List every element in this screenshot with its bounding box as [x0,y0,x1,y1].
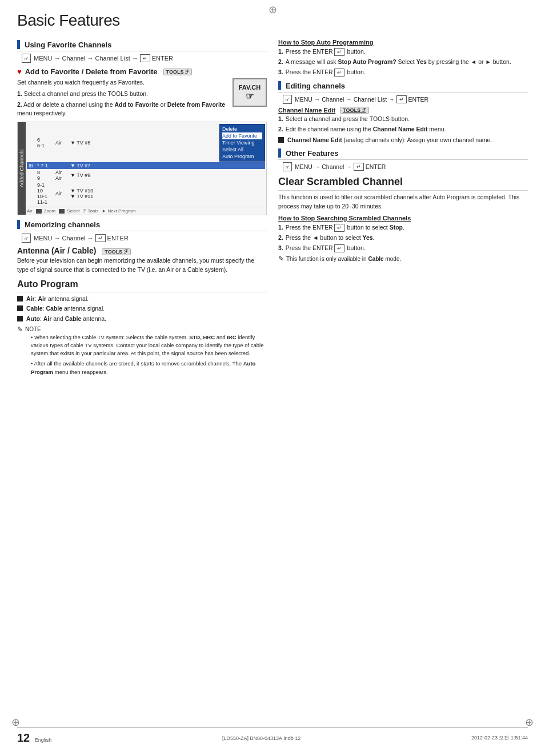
other-features-menu-path: ㎡ MENU → Channel → ↵ ENTER [283,162,528,171]
note-bullet-1: • When selecting the Cable TV system: Se… [31,333,267,358]
stop-scrambled-step-3: 3. Press the ENTER↵ button. [278,244,528,252]
bullet-sq-icon [17,296,23,301]
auto-program-bullets: Air: Air antenna signal. Cable: Cable an… [17,295,267,323]
enter-icon: ↵ [140,54,150,62]
tools-badge-edit: TOOLS ℱ [340,107,368,114]
stop-scrambled-list: 1. Press the ENTER↵ button to select Sto… [278,223,528,252]
channel-list: 66-1 Air ▼ TV #6 Delete Add to Favorite … [26,122,266,215]
fav-ch-label: FAV.CH [239,84,261,91]
context-select-all[interactable]: Select All [222,146,262,153]
enter-icon-2: ↵ [95,234,106,242]
note-text: NOTE [25,326,41,332]
fav-text: Set channels you watch frequently as Fav… [17,78,227,118]
context-add-favorite[interactable]: Add to Favorite [222,132,262,139]
page-footer: 12 English [LD550-ZA] BN68-04313A.indb 1… [17,727,528,745]
bullet-auto: Auto: Air and Cable antenna. [17,315,267,323]
note-icon: ✎ [17,325,23,333]
bullet-sq-icon-2 [17,305,23,311]
channel-name-edit-step-2: 2. Edit the channel name using the Chann… [278,125,528,134]
using-favorite-channels-header: Using Favorite Channels [17,40,267,51]
blue-bar-other-icon [278,148,281,158]
page-number: 12 [17,731,30,744]
context-timer-viewing[interactable]: Timer Viewing [222,139,262,146]
page-number-section: 12 English [17,731,51,745]
using-favorite-channels-title: Using Favorite Channels [25,41,111,49]
channel-name-edit-note: Channel Name Edit (analog channels only)… [278,136,528,144]
channel-name-edit-bullet: Channel Name Edit (analog channels only)… [278,136,528,144]
memorizing-menu-path: ㎡ MENU → Channel → ↵ ENTER [22,234,267,243]
stop-auto-list: 1. Press the ENTER↵ button. 2. A message… [278,47,528,77]
menu-icon-other: ㎡ [283,162,292,171]
editing-channels-header: Editing channels [278,81,528,93]
crosshair-top-icon: ⊕ [269,3,277,16]
file-info: [LD550-ZA] BN68-04313A.indb 12 [222,735,300,741]
stop-scrambled-step-2: 2. Press the ◄ button to select Yes. [278,234,528,242]
fav-step1: 1. Select a channel and press the TOOLS … [17,90,227,99]
note-content: • When selecting the Cable TV system: Se… [26,333,267,376]
blue-bar-icon [17,40,20,49]
auto-program-title: Auto Program [17,279,267,292]
channel-name-edit-title: Channel Name Edit TOOLS ℱ [278,107,528,114]
blue-bar-editing-icon [278,81,281,90]
context-auto-program[interactable]: Auto Program [222,153,262,160]
menu-icon-editing: ㎡ [283,95,292,104]
bullet-sq-icon-4 [278,137,284,143]
channel-name-edit-list: 1. Select a channel and press the TOOLS … [278,115,528,133]
note-bullet-2: • After all the available channels are s… [31,360,267,376]
added-channels-label: Added Channels [18,122,26,215]
fav-content: Set channels you watch frequently as Fav… [17,78,267,118]
cable-mode-note-label: ✎ This function is only available in Cab… [278,255,528,263]
channel-table-footer: Air Zoom Select ℱ Tools ► Next Program [27,207,265,214]
left-column: Using Favorite Channels ㎡ MENU → Channel… [17,35,267,722]
hand-icon: ☞ [246,91,254,102]
bullet-air: Air: Air antenna signal. [17,295,267,303]
note-section: ✎ NOTE • When selecting the Cable TV sys… [17,325,267,376]
fav-section-title: Add to Favorite / Delete from Favorite [25,67,158,76]
language-label: English [35,737,52,743]
heart-icon: ♥ [17,67,22,76]
tools-badge-antenna: TOOLS ℱ [102,248,130,255]
other-features-title: Other Features [286,149,338,158]
stop-auto-step-1: 1. Press the ENTER↵ button. [278,47,528,56]
channel-row-3: 89 AirAir ▼ TV #9 [27,169,265,182]
antenna-title: Antenna (Air / Cable) TOOLS ℱ [17,246,267,255]
bullet-cable: Cable: Cable antenna signal. [17,304,267,313]
enter-icon-other: ↵ [354,163,364,171]
blue-bar-memorizing-icon [17,220,20,229]
how-to-stop-scrambled-title: How to Stop Searching Scrambled Channels [278,215,528,222]
menu-icon-2: ㎡ [22,234,31,243]
using-favorite-menu-path: ㎡ MENU → Channel → Channel List → ↵ ENTE… [22,54,267,63]
channel-name-edit-step-1: 1. Select a channel and press the TOOLS … [278,115,528,123]
editing-channels-title: Editing channels [286,82,345,90]
antenna-description: Before your television can begin memoriz… [17,256,267,275]
stop-scrambled-step-1: 1. Press the ENTER↵ button to select Sto… [278,223,528,232]
menu-icon: ㎡ [22,54,31,63]
editing-channels-menu-path: ㎡ MENU → Channel → Channel List → ↵ ENTE… [283,95,528,104]
clear-scrambled-description: This function is used to filter out scra… [278,193,528,211]
date-info: 2012-02-23 오전 1:51:44 [471,734,528,742]
channel-row-4: 9-11010-111-1 Air ▼ TV #10▼ TV #11 [27,182,265,206]
tools-badge-fav: TOOLS ℱ [163,69,192,75]
channel-row-1: 66-1 Air ▼ TV #6 Delete Add to Favorite … [27,123,265,162]
enter-icon-editing: ↵ [396,95,407,103]
crosshair-bottom-right-icon: ⊕ [525,716,534,729]
bullet-sq-icon-3 [17,316,23,321]
note-icon-cable: ✎ [278,255,284,263]
right-column: How to Stop Auto Programming 1. Press th… [278,35,528,722]
how-to-stop-auto-title: How to Stop Auto Programming [278,39,528,46]
memorizing-channels-header: Memorizing channels [17,220,267,231]
cable-mode-note: ✎ This function is only available in Cab… [278,255,528,263]
stop-auto-step-2: 2. A message will ask Stop Auto Program?… [278,58,528,66]
fav-description: Set channels you watch frequently as Fav… [17,78,227,87]
context-menu: Delete Add to Favorite Timer Viewing Sel… [219,124,265,162]
fav-ch-button: FAV.CH ☞ [233,78,267,107]
fav-section-header: ♥ Add to Favorite / Delete from Favorite… [17,67,267,76]
crosshair-bottom-left-icon: ⊕ [11,716,20,729]
fav-step2: 2. Add or delete a channel using the Add… [17,100,227,119]
page: Basic Features Using Favorite Channels ㎡… [0,0,545,756]
channel-row-2-selected: ⊞ * 7-1 ▼ TV #7 [27,162,265,169]
note-label: ✎ NOTE [17,325,267,333]
channel-table: Added Channels 66-1 Air ▼ TV #6 Delete A… [17,122,267,215]
clear-scrambled-title: Clear Scrambled Channel [278,176,528,191]
context-delete[interactable]: Delete [222,126,262,132]
